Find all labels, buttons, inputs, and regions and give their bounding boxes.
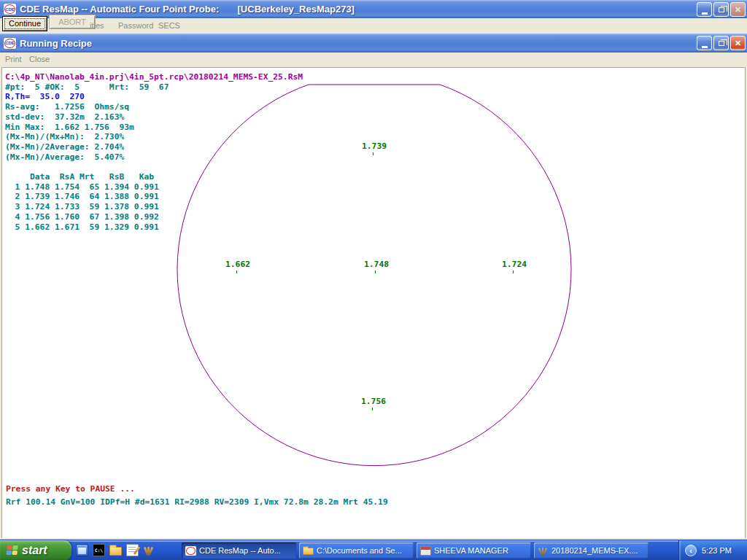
cde-app-icon: CDE xyxy=(4,4,16,15)
measurement-point-tick xyxy=(375,271,376,273)
measurement-point-tick xyxy=(236,271,237,273)
blank-line xyxy=(5,162,303,172)
restore-button[interactable] xyxy=(713,2,729,17)
taskbar-button[interactable]: 20180214_MEMS-EX.... xyxy=(534,542,649,559)
stats-line: C:\4p_NT\Nanolab_4in.prj\4in_5pt.rcp\201… xyxy=(5,72,303,82)
minimize-button[interactable] xyxy=(697,2,712,17)
table-row: 2 1.739 1.746 64 1.388 0.991 xyxy=(5,192,303,202)
recipe-menubar: Print Close xyxy=(0,52,747,67)
taskbar-button[interactable]: SHEEVA MANAGER xyxy=(417,542,531,559)
probe-reading-line: Rrf 100.14 GnV=100 IDPf=H #d=1631 RI=298… xyxy=(6,497,388,508)
table-row: 5 1.662 1.671 59 1.329 0.991 xyxy=(5,222,303,233)
measurement-point-tick xyxy=(373,152,374,155)
wafer-point-label: 1.662 xyxy=(216,260,260,269)
wafer-point-label: 1.748 xyxy=(355,260,398,269)
stats-block: C:\4p_NT\Nanolab_4in.prj\4in_5pt.rcp\201… xyxy=(5,72,303,232)
main-toolbar: Continue ABORT ities Password SECS xyxy=(0,18,747,34)
table-header: Data RsA Mrt RsB Kab xyxy=(5,172,303,182)
stats-line: R,Th= 35.0 270 xyxy=(5,92,303,102)
wafer-point-label: 1.739 xyxy=(352,141,396,151)
menu-item-print[interactable]: Print xyxy=(5,55,22,63)
menu-item-utilities[interactable]: ities xyxy=(90,21,104,30)
task-buttons: CDE ResMap -- Auto...C:\Documents and Se… xyxy=(0,540,747,560)
minimize-button[interactable] xyxy=(697,36,712,50)
menu-item-close[interactable]: Close xyxy=(29,55,50,63)
restore-button[interactable] xyxy=(713,36,729,50)
taskbar: start C:\ CDE ResMap -- Auto...C:\Docume… xyxy=(0,540,747,560)
stats-line: (Mx-Mn)/Average: 5.407% xyxy=(5,152,303,163)
system-tray: ‹ 5:23 PM xyxy=(678,540,747,560)
wafer-point-label: 1.756 xyxy=(352,397,395,406)
desktop-screen: CDE CDE ResMap -- Automatic Four Point P… xyxy=(0,0,747,560)
folder-icon xyxy=(303,548,314,555)
cde-window-icon: CDE xyxy=(4,38,16,49)
stats-line: (Mx-Mn)/(Mx+Mn): 2.730% xyxy=(5,132,303,142)
measurement-point-tick xyxy=(513,271,514,273)
hide-icons-chevron-icon[interactable]: ‹ xyxy=(685,545,697,556)
continue-button[interactable]: Continue xyxy=(2,16,47,31)
stats-line: std-dev: 37.32m 2.163% xyxy=(5,112,303,122)
taskbar-button[interactable]: CDE ResMap -- Auto... xyxy=(182,542,296,559)
main-window-title: CDE ResMap -- Automatic Four Point Probe… xyxy=(20,4,355,15)
taskbar-button[interactable]: C:\Documents and Se... xyxy=(299,542,414,559)
stats-line: Rs-avg: 1.7256 Ohms/sq xyxy=(5,102,303,112)
taskbar-button-label: 20180214_MEMS-EX.... xyxy=(551,546,638,555)
taskbar-button-label: CDE ResMap -- Auto... xyxy=(199,546,281,555)
measurement-point-tick xyxy=(372,408,373,411)
recipe-window-titlebar: CDE Running Recipe ✕ xyxy=(0,34,747,52)
close-icon[interactable]: ✕ xyxy=(730,36,746,50)
stats-line: (Mx-Mn)/2Average: 2.704% xyxy=(5,142,303,152)
table-row: 3 1.724 1.733 59 1.378 0.991 xyxy=(5,202,303,212)
taskbar-clock: 5:23 PM xyxy=(702,546,732,555)
table-row: 1 1.748 1.754 65 1.394 0.991 xyxy=(5,182,303,192)
cde-icon xyxy=(185,546,196,556)
table-row: 4 1.756 1.760 67 1.398 0.992 xyxy=(5,212,303,222)
recipe-client-area: C:\4p_NT\Nanolab_4in.prj\4in_5pt.rcp\201… xyxy=(1,67,746,538)
pause-message: Press any Key to PAUSE ... xyxy=(6,484,135,494)
app-icon xyxy=(420,546,431,556)
recipe-window-title: Running Recipe xyxy=(20,38,92,49)
stats-line: Min Max: 1.662 1.756 93m xyxy=(5,122,303,133)
brushes-icon xyxy=(538,546,549,556)
menu-item-secs[interactable]: SECS xyxy=(158,21,180,30)
main-window-titlebar: CDE CDE ResMap -- Automatic Four Point P… xyxy=(0,0,747,18)
wafer-point-label: 1.724 xyxy=(492,260,536,269)
stats-line: #pt: 5 #OK: 5 Mrt: 59 67 xyxy=(5,82,303,93)
close-icon: ✕ xyxy=(730,2,746,17)
taskbar-button-label: SHEEVA MANAGER xyxy=(434,546,508,555)
taskbar-button-label: C:\Documents and Se... xyxy=(317,546,402,555)
abort-button: ABORT xyxy=(49,15,96,29)
menu-item-password[interactable]: Password xyxy=(118,21,153,30)
